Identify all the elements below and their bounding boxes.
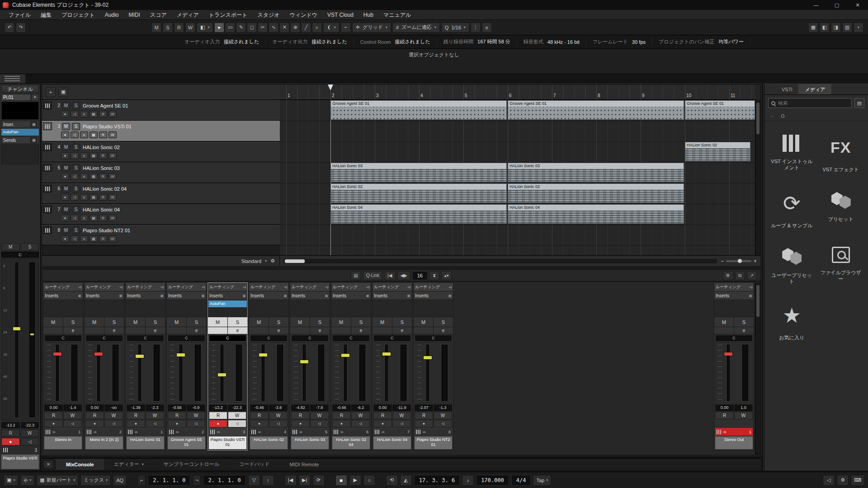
- routing-header[interactable]: ルーティング◅: [373, 283, 412, 291]
- add-track-button[interactable]: +: [46, 87, 56, 97]
- peak-value[interactable]: -6.2: [351, 404, 370, 411]
- close-lower-zone-icon[interactable]: ✕: [43, 460, 53, 469]
- pan-control[interactable]: C: [209, 335, 246, 341]
- mixer-channel-strip[interactable]: ルーティング◅Inserts▣MSeC-2.07-1.3RW●◁∞8Piapro…: [413, 282, 453, 450]
- quantize-panel-button[interactable]: e: [482, 23, 492, 33]
- midi-clip[interactable]: HALion Sonic 02: [330, 183, 507, 203]
- channel-count-display[interactable]: 16: [412, 271, 428, 280]
- mute-button[interactable]: M: [85, 317, 104, 327]
- mute-button[interactable]: M: [414, 317, 434, 327]
- mute-button[interactable]: M: [290, 317, 310, 327]
- fader-area[interactable]: [250, 342, 288, 404]
- read-button[interactable]: R: [250, 412, 269, 419]
- monitor-button[interactable]: ◁: [71, 131, 79, 138]
- mute-button[interactable]: M: [126, 317, 146, 327]
- volume-value[interactable]: 0.00: [715, 404, 734, 411]
- record-enable-button[interactable]: ●: [1, 438, 20, 446]
- read-button[interactable]: R: [332, 412, 351, 419]
- go-first-icon[interactable]: |◀: [384, 271, 395, 280]
- edit-channel-button[interactable]: e: [228, 327, 247, 334]
- insert-rack[interactable]: [290, 300, 330, 317]
- volume-value[interactable]: -2.07: [415, 404, 433, 411]
- read-button[interactable]: R: [715, 412, 734, 419]
- track-mute-button[interactable]: M: [62, 144, 70, 151]
- edit-channel-button[interactable]: e: [63, 327, 83, 334]
- global-mute-button[interactable]: M: [151, 23, 161, 33]
- track-solo-button[interactable]: S: [72, 164, 80, 172]
- inserts-section[interactable]: Inser.▣: [1, 121, 39, 128]
- edit-channel-button[interactable]: e: [104, 327, 124, 334]
- mixer-channel-strip[interactable]: ルーティング◅Inserts▣MSeC-1.39-2.3RW●◁∞1HALion…: [125, 282, 165, 450]
- channel-fader-area[interactable]: 061224304050: [1, 258, 39, 421]
- fader-track[interactable]: [138, 345, 141, 401]
- record-enable-button[interactable]: ●: [373, 420, 392, 427]
- auto-quantize-button[interactable]: AQ: [113, 475, 127, 486]
- menu-item-0[interactable]: ファイル: [4, 10, 36, 20]
- read-button[interactable]: R: [99, 173, 107, 180]
- pan-control[interactable]: C: [415, 335, 452, 341]
- read-button[interactable]: R: [99, 194, 107, 201]
- scrollbar-thumb[interactable]: [756, 285, 760, 317]
- fader-area[interactable]: [44, 342, 82, 404]
- zoom-palette-icon[interactable]: ▴▾: [441, 271, 452, 280]
- track-row[interactable]: 4MSHALion Sonic 02●◁e▦RW: [42, 141, 280, 162]
- inserts-header[interactable]: Inserts▣: [331, 291, 371, 300]
- inserts-header[interactable]: Inserts▣: [414, 291, 453, 300]
- zoom-slider[interactable]: [726, 260, 751, 262]
- midi-clip[interactable]: HALion Sonic 03: [508, 163, 684, 182]
- routing-header[interactable]: ルーティング◅: [331, 283, 371, 291]
- monitor-button[interactable]: ◁: [71, 235, 79, 242]
- record-enable-button[interactable]: ●: [85, 420, 104, 427]
- mixer-channel-strip[interactable]: ルーティング◅Inserts▣AutoPanMSeC-13.2-22.3RW●◁…: [208, 282, 248, 450]
- channel-name[interactable]: Stereo Out: [715, 436, 753, 449]
- solo-button[interactable]: S: [21, 243, 39, 251]
- insert-rack[interactable]: [85, 300, 124, 317]
- menu-item-3[interactable]: Audio: [100, 10, 124, 20]
- write-button[interactable]: W: [108, 111, 117, 117]
- info-item-5[interactable]: フレームレート30 fps: [586, 38, 652, 46]
- info-item-4[interactable]: 録音形式48 kHz - 16 bit: [517, 38, 586, 46]
- edit-channel-button[interactable]: e: [269, 327, 288, 334]
- menu-item-2[interactable]: プロジェクト: [57, 10, 100, 20]
- record-enable-button[interactable]: ●: [61, 131, 69, 138]
- write-button[interactable]: W: [187, 412, 205, 419]
- track-solo-button[interactable]: S: [72, 144, 80, 151]
- fader-area[interactable]: [209, 342, 246, 404]
- media-tile[interactable]: VST インストゥルメント: [767, 135, 816, 173]
- scrollbar-thumb[interactable]: [285, 259, 305, 263]
- keyboard-icon[interactable]: ⌨: [851, 475, 864, 486]
- write-button[interactable]: W: [104, 412, 123, 419]
- record-enable-button[interactable]: ●: [61, 152, 69, 159]
- home-icon[interactable]: ⌂: [781, 112, 784, 119]
- mute-button[interactable]: M: [714, 317, 734, 327]
- mixer-scrollbar[interactable]: [755, 282, 760, 455]
- insert-slot-autopan[interactable]: AutoPan: [1, 129, 39, 136]
- channel-name[interactable]: Piapro Studio VSTi 01: [209, 436, 246, 449]
- record-enable-button[interactable]: ●: [291, 420, 310, 427]
- fader-area[interactable]: [291, 342, 329, 404]
- media-tile[interactable]: FXVST エフェクト: [816, 135, 866, 173]
- scroll-channels-icon[interactable]: ◀▶: [397, 271, 410, 280]
- fader-cap[interactable]: [300, 360, 309, 364]
- zoom-out-icon[interactable]: −: [721, 258, 724, 264]
- insert-slot[interactable]: AutoPan: [208, 300, 247, 307]
- routing-header[interactable]: ルーティング◅: [167, 283, 206, 291]
- pan-control[interactable]: C: [1, 252, 39, 258]
- menu-item-8[interactable]: スタジオ: [253, 10, 285, 20]
- track-mute-button[interactable]: M: [62, 164, 70, 172]
- mixer-channel-strip[interactable]: ルーティング◅Inserts▣MSeC-0.66-6.2RW●◁∞6HALion…: [331, 282, 371, 450]
- insert-rack[interactable]: [714, 300, 754, 317]
- edit-channel-button[interactable]: e: [351, 327, 371, 334]
- inserts-header[interactable]: Inserts▣: [208, 291, 247, 300]
- insert-rack[interactable]: [167, 300, 206, 317]
- right-locator-display[interactable]: 2. 1. 1. 0: [203, 475, 245, 486]
- menu-item-7[interactable]: トランスポート: [204, 10, 253, 20]
- global-write-button[interactable]: W: [185, 23, 195, 33]
- insert-rack[interactable]: [126, 300, 165, 317]
- track-solo-button[interactable]: S: [72, 102, 80, 109]
- sends-section[interactable]: Sends▣: [1, 136, 39, 144]
- monitor-button[interactable]: ◁: [351, 420, 370, 427]
- monitor-button[interactable]: ◁: [228, 420, 246, 427]
- solo-button[interactable]: S: [310, 317, 330, 327]
- volume-value[interactable]: -0.66: [332, 404, 351, 411]
